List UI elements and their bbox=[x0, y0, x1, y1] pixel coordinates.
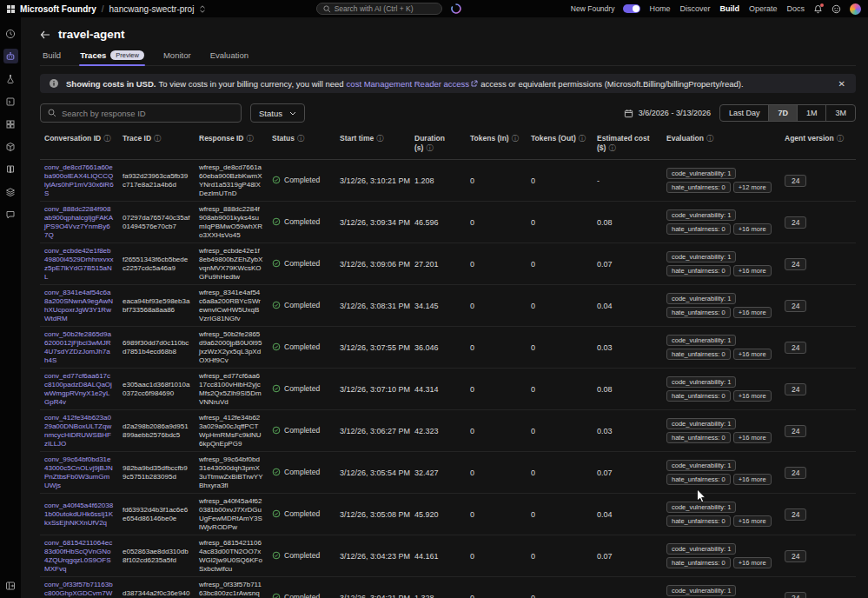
eval-more-badge[interactable]: +16 more bbox=[733, 474, 772, 485]
range-7d-button[interactable]: 7D bbox=[768, 105, 797, 121]
nav-docs[interactable]: Docs bbox=[786, 4, 805, 13]
eval-badge[interactable]: code_vulnerability: 1 bbox=[666, 502, 736, 513]
table-row[interactable]: conv_ed77cf6aa617cc8100padzD8ALQaOjwWmgp… bbox=[40, 369, 856, 410]
tab-monitor[interactable]: Monitor bbox=[162, 50, 192, 65]
eval-badge[interactable]: code_vulnerability: 1 bbox=[666, 251, 736, 262]
col-estimated-cost[interactable]: Estimated cost ($)ⓘ bbox=[593, 131, 662, 160]
eval-badge[interactable]: code_vulnerability: 1 bbox=[666, 209, 736, 221]
feedback-smiley-icon[interactable] bbox=[832, 4, 841, 14]
status-filter-dropdown[interactable]: Status bbox=[250, 103, 305, 123]
range-last-day-button[interactable]: Last Day bbox=[720, 105, 769, 121]
col-conversation-id[interactable]: Conversation IDⓘ bbox=[40, 131, 118, 160]
eval-badge[interactable]: code_vulnerability: 1 bbox=[666, 460, 736, 471]
back-button[interactable] bbox=[40, 30, 50, 39]
tab-traces[interactable]: Traces Preview bbox=[79, 50, 145, 65]
project-switcher-icon[interactable] bbox=[199, 5, 206, 13]
copilot-icon[interactable] bbox=[451, 3, 461, 14]
nav-home[interactable]: Home bbox=[649, 4, 670, 13]
col-duration-s[interactable]: Duration (s)ⓘ bbox=[410, 131, 466, 160]
new-foundry-toggle[interactable] bbox=[623, 4, 640, 13]
overview-icon[interactable] bbox=[3, 26, 18, 41]
eval-badge[interactable]: code_vulnerability: 1 bbox=[666, 418, 736, 429]
conversation-id-link[interactable]: conv_99c64bf0bd31e43000c5CnOLvj9jBJNPnZt… bbox=[44, 455, 114, 489]
eval-more-badge[interactable]: +12 more bbox=[733, 182, 772, 193]
user-avatar[interactable] bbox=[850, 3, 861, 15]
conversation-id-link[interactable]: conv_ecbde42e1f8eb49800i4529Drhhnxvxxz5p… bbox=[44, 247, 114, 281]
eval-badge[interactable]: hate_unfairness: 0 bbox=[666, 557, 731, 568]
col-evaluation[interactable]: Evaluationⓘ bbox=[662, 131, 780, 160]
eval-badge[interactable]: hate_unfairness: 0 bbox=[666, 390, 731, 402]
eval-more-badge[interactable]: +16 more bbox=[733, 223, 772, 235]
date-range-picker[interactable]: 3/6/2026 - 3/13/2026 bbox=[624, 109, 711, 118]
eval-badge[interactable]: hate_unfairness: 0 bbox=[666, 307, 731, 318]
eval-more-badge[interactable]: +16 more bbox=[733, 432, 772, 443]
table-row[interactable]: conv_0f33f57b71163bc800GhpXGDCvm7WLcABSu… bbox=[40, 577, 856, 598]
eval-badge[interactable]: hate_unfairness: 0 bbox=[666, 223, 731, 235]
eval-badge[interactable]: hate_unfairness: 0 bbox=[666, 474, 731, 485]
eval-badge[interactable]: hate_unfairness: 0 bbox=[666, 349, 731, 360]
col-agent-version[interactable]: Agent versionⓘ bbox=[780, 131, 856, 160]
conversation-id-link[interactable]: conv_0f33f57b71163bc800GhpXGDCvm7WLcABSu… bbox=[44, 581, 114, 598]
range-1m-button[interactable]: 1M bbox=[797, 105, 826, 121]
tab-build[interactable]: Build bbox=[42, 50, 62, 65]
eval-badge[interactable]: code_vulnerability: 1 bbox=[666, 376, 736, 388]
eval-badge[interactable]: code_vulnerability: 1 bbox=[666, 293, 736, 304]
agents-icon[interactable] bbox=[3, 49, 18, 63]
table-row[interactable]: conv_50b2fe2865d9a6200012jFjbci3wMJR4U7s… bbox=[40, 327, 856, 369]
notifications-bell-icon[interactable] bbox=[813, 4, 823, 14]
conversation-id-link[interactable]: conv_50b2fe2865d9a6200012jFjbci3wMJR4U7s… bbox=[44, 330, 114, 364]
conversation-id-link[interactable]: conv_de8cd7661a60eba900olEAX4LlQCCQlylAr… bbox=[44, 163, 114, 197]
table-row[interactable]: conv_ecbde42e1f8eb49800i4529Drhhnxvxxz5p… bbox=[40, 243, 856, 285]
range-3m-button[interactable]: 3M bbox=[825, 105, 855, 121]
eval-badge[interactable]: hate_unfairness: 0 bbox=[666, 432, 731, 443]
banner-close-button[interactable]: ✕ bbox=[837, 79, 847, 89]
response-id-search-input[interactable]: Search by response ID bbox=[40, 103, 242, 123]
sidebar-expand-icon[interactable] bbox=[3, 578, 18, 593]
table-row[interactable]: conv_a40f45a4f620381b00utokdUHk6ssIj1Kkx… bbox=[40, 494, 856, 535]
data-icon[interactable] bbox=[3, 139, 18, 154]
conversation-id-link[interactable]: conv_888dc2284f908ab900qphalcgIjgFAKAjPS… bbox=[44, 205, 114, 239]
eval-more-badge[interactable]: +16 more bbox=[733, 515, 772, 527]
tab-evaluation[interactable]: Evaluation bbox=[209, 50, 249, 65]
conversation-id-link[interactable]: conv_ed77cf6aa617cc8100padzD8ALQaOjwWmgp… bbox=[44, 372, 114, 406]
col-tokens-in[interactable]: Tokens (In)ⓘ bbox=[466, 131, 527, 160]
playgrounds-icon[interactable] bbox=[3, 94, 18, 109]
col-tokens-out[interactable]: Tokens (Out)ⓘ bbox=[527, 131, 593, 160]
models-icon[interactable] bbox=[3, 71, 18, 86]
table-row[interactable]: conv_888dc2284f908ab900qphalcgIjgFAKAjPS… bbox=[40, 202, 856, 243]
chat-icon[interactable] bbox=[3, 207, 18, 222]
nav-build[interactable]: Build bbox=[719, 4, 739, 13]
evaluation-icon[interactable] bbox=[3, 184, 18, 199]
col-response-id[interactable]: Response IDⓘ bbox=[195, 131, 268, 160]
conversation-id-link[interactable]: conv_412fe34b623a029a00DNBoxULTZqwnmcycH… bbox=[44, 414, 114, 448]
eval-more-badge[interactable]: +16 more bbox=[733, 557, 772, 568]
conversation-id-link[interactable]: conv_8341e4af54c6a8a200SNwnA9egAwNhXUcpo… bbox=[44, 289, 114, 322]
table-row[interactable]: conv_99c64bf0bd31e43000c5CnOLvj9jBJNPnZt… bbox=[40, 452, 856, 494]
global-search-input[interactable]: Search with AI (Ctrl + K) bbox=[316, 3, 442, 15]
table-row[interactable]: conv_68154211064ec83d00fHbScQVnGNo4ZQUrq… bbox=[40, 535, 856, 577]
brand-name[interactable]: Microsoft Foundry bbox=[20, 4, 96, 14]
eval-badge[interactable]: hate_unfairness: 0 bbox=[666, 265, 731, 276]
col-start-time[interactable]: Start timeⓘ bbox=[335, 131, 410, 160]
eval-more-badge[interactable]: +16 more bbox=[733, 349, 772, 360]
eval-more-badge[interactable]: +16 more bbox=[733, 307, 772, 318]
eval-badge[interactable]: code_vulnerability: 1 bbox=[666, 335, 736, 346]
nav-discover[interactable]: Discover bbox=[679, 4, 710, 13]
table-row[interactable]: conv_de8cd7661a60eba900olEAX4LlQCCQlylAr… bbox=[40, 160, 856, 202]
cost-management-reader-access-link[interactable]: cost Management Reader access bbox=[347, 79, 479, 89]
eval-badge[interactable]: code_vulnerability: 1 bbox=[666, 585, 736, 596]
col-status[interactable]: Statusⓘ bbox=[268, 131, 335, 160]
docs-icon[interactable] bbox=[3, 162, 18, 176]
eval-more-badge[interactable]: +16 more bbox=[733, 265, 772, 276]
col-trace-id[interactable]: Trace IDⓘ bbox=[118, 131, 195, 160]
breadcrumb-project[interactable]: hancwang-swectr-proj bbox=[109, 4, 195, 14]
tools-icon[interactable] bbox=[3, 116, 18, 131]
eval-badge[interactable]: hate_unfairness: 0 bbox=[666, 182, 731, 193]
conversation-id-link[interactable]: conv_a40f45a4f620381b00utokdUHk6ssIj1Kkx… bbox=[44, 502, 114, 527]
conversation-id-link[interactable]: conv_68154211064ec83d00fHbScQVnGNo4ZQUrq… bbox=[44, 539, 114, 573]
microsoft-logo-icon[interactable] bbox=[7, 5, 15, 13]
eval-more-badge[interactable]: +16 more bbox=[733, 390, 772, 402]
table-row[interactable]: conv_8341e4af54c6a8a200SNwnA9egAwNhXUcpo… bbox=[40, 285, 856, 327]
eval-badge[interactable]: code_vulnerability: 1 bbox=[666, 168, 736, 179]
eval-badge[interactable]: hate_unfairness: 0 bbox=[666, 515, 731, 527]
